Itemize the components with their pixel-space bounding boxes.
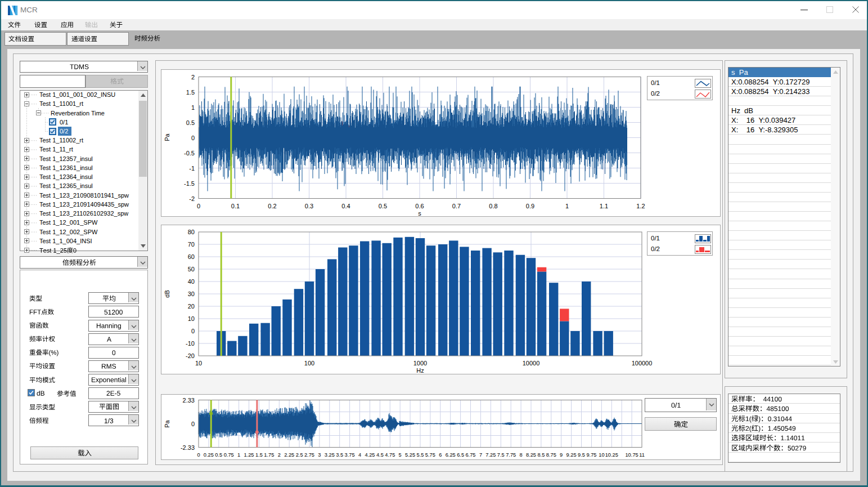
svg-text:0.5: 0.5: [186, 119, 195, 126]
svg-text:10: 10: [188, 315, 195, 322]
svg-text:0.5: 0.5: [215, 452, 222, 458]
svg-text:0.2: 0.2: [268, 203, 276, 209]
svg-text:5.25: 5.25: [405, 452, 415, 458]
svg-text:10: 10: [195, 360, 202, 367]
svg-text:0.5: 0.5: [379, 203, 387, 209]
svg-text:5.5: 5.5: [417, 452, 424, 458]
svg-text:2: 2: [278, 452, 281, 458]
svg-text:4.75: 4.75: [385, 452, 395, 458]
svg-text:0.75: 0.75: [224, 452, 234, 458]
svg-text:0.4: 0.4: [341, 203, 350, 209]
svg-text:1: 1: [565, 203, 569, 209]
svg-text:8.75: 8.75: [546, 452, 556, 458]
svg-text:1.5: 1.5: [255, 452, 263, 458]
svg-text:40: 40: [188, 278, 195, 285]
svg-text:-0.5: -0.5: [184, 150, 195, 157]
svg-text:0: 0: [197, 203, 200, 209]
svg-text:8.25: 8.25: [526, 452, 536, 458]
svg-text:10.25: 10.25: [605, 452, 618, 458]
svg-text:7: 7: [479, 452, 482, 458]
svg-text:6.5: 6.5: [457, 452, 464, 458]
svg-text:9.75: 9.75: [586, 452, 596, 458]
svg-text:1000: 1000: [413, 360, 427, 367]
svg-text:1.2: 1.2: [636, 203, 645, 209]
svg-text:60: 60: [188, 253, 195, 260]
svg-text:3: 3: [318, 452, 321, 458]
svg-text:0.9: 0.9: [526, 203, 534, 209]
svg-text:4: 4: [358, 452, 361, 458]
svg-text:70: 70: [188, 241, 195, 248]
svg-text:3.5: 3.5: [336, 452, 343, 458]
svg-text:8: 8: [520, 452, 523, 458]
svg-text:2: 2: [191, 74, 195, 81]
svg-text:0.6: 0.6: [415, 203, 424, 209]
svg-text:5.75: 5.75: [425, 452, 435, 458]
svg-text:7.25: 7.25: [485, 452, 496, 458]
svg-text:Pa: Pa: [164, 133, 170, 141]
svg-text:-20: -20: [186, 352, 195, 359]
svg-text:Hz: Hz: [416, 367, 424, 374]
svg-text:8.5: 8.5: [537, 452, 545, 458]
svg-text:6.75: 6.75: [465, 452, 475, 458]
svg-text:0: 0: [197, 452, 200, 458]
svg-text:0: 0: [191, 135, 195, 141]
svg-text:6.25: 6.25: [446, 452, 456, 458]
svg-text:50: 50: [188, 266, 195, 272]
svg-text:1: 1: [237, 452, 240, 458]
svg-text:7.75: 7.75: [506, 452, 516, 458]
svg-text:1: 1: [191, 104, 195, 111]
svg-text:-1.5: -1.5: [184, 180, 195, 187]
svg-text:1.5: 1.5: [186, 89, 195, 96]
svg-text:3.25: 3.25: [325, 452, 335, 458]
svg-text:2.25: 2.25: [284, 452, 294, 458]
svg-text:100: 100: [304, 360, 314, 367]
svg-text:10: 10: [599, 452, 604, 458]
svg-text:1.75: 1.75: [264, 452, 274, 458]
svg-text:100000: 100000: [632, 360, 653, 367]
svg-text:7.5: 7.5: [497, 452, 505, 458]
svg-text:0.8: 0.8: [489, 203, 497, 209]
svg-text:0.7: 0.7: [452, 203, 461, 209]
svg-text:9: 9: [560, 452, 563, 458]
svg-text:2.33: 2.33: [183, 397, 195, 404]
svg-text:0: 0: [191, 328, 195, 334]
svg-text:-2.33: -2.33: [181, 444, 195, 451]
svg-text:1.25: 1.25: [244, 452, 254, 458]
svg-text:5: 5: [399, 452, 402, 458]
svg-text:80: 80: [188, 229, 195, 235]
svg-text:4.25: 4.25: [365, 452, 375, 458]
svg-text:9.5: 9.5: [578, 452, 585, 458]
svg-text:0.1: 0.1: [231, 203, 240, 209]
svg-text:11: 11: [639, 452, 645, 458]
svg-text:-1: -1: [189, 165, 195, 172]
svg-text:10000: 10000: [523, 360, 540, 367]
svg-text:30: 30: [188, 291, 195, 297]
svg-text:2.5: 2.5: [296, 452, 303, 458]
svg-text:-10: -10: [186, 340, 195, 347]
svg-text:Pa: Pa: [164, 419, 170, 427]
svg-text:4.5: 4.5: [376, 452, 384, 458]
svg-text:-2: -2: [189, 195, 195, 202]
svg-text:dB: dB: [164, 290, 170, 297]
svg-text:3.75: 3.75: [345, 452, 355, 458]
svg-text:9.25: 9.25: [566, 452, 577, 458]
svg-text:20: 20: [188, 303, 195, 310]
svg-text:10.75: 10.75: [625, 452, 638, 458]
svg-text:1.1: 1.1: [600, 203, 608, 209]
svg-text:0: 0: [191, 421, 195, 427]
svg-text:0.25: 0.25: [204, 452, 214, 458]
svg-text:s: s: [418, 210, 421, 217]
svg-text:0.3: 0.3: [305, 203, 313, 209]
svg-text:6: 6: [439, 452, 442, 458]
svg-text:2.75: 2.75: [304, 452, 314, 458]
